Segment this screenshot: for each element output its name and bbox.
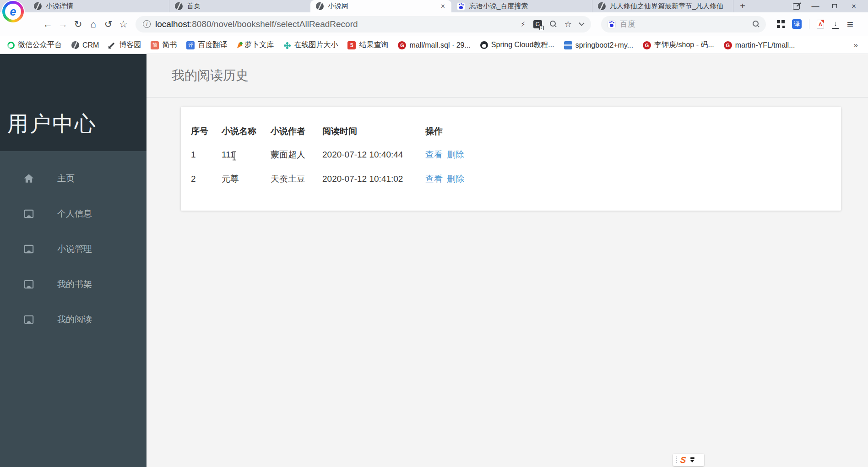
cell-index: 1 [191,142,222,167]
sidebar-item-novel-manage[interactable]: 小说管理 [0,231,146,266]
bookmarks-overflow-icon[interactable]: » [854,41,861,50]
column-header: 阅读时间 [322,120,425,142]
bookmark-label: mall/mall.sql · 29... [409,41,470,49]
bookmark-spring-cloud[interactable]: Spring Cloud教程... [480,40,554,50]
search-box[interactable] [601,16,766,33]
tab-novel-site-active[interactable]: 小说网 × [310,0,451,12]
site-info-icon[interactable]: i [143,20,151,28]
bookmark-tmall-gitee[interactable]: Gmartin-YFL/tmall... [724,41,795,49]
translate-page-icon[interactable]: G文 [533,20,542,28]
bookmark-label: Spring Cloud教程... [491,40,554,50]
table-header-row: 序号 小说名称 小说作者 阅读时间 操作 [191,120,526,142]
sidebar-item-label: 小说管理 [57,243,92,255]
divider [809,19,809,29]
chevron-down-icon[interactable] [579,20,585,26]
bookmark-springboot[interactable]: springboot2+my... [564,41,633,49]
sidebar-header: 用户中心 [0,54,146,151]
bookmark-mall-sql[interactable]: Gmall/mall.sql · 29... [398,41,470,49]
tab-title: 凡人修仙之仙界篇最新章节_凡人修仙 [610,2,727,11]
toolbar-right-icons: 译 A ↓ ≡ [777,18,853,31]
globe-favicon [175,2,183,10]
sidebar-item-home[interactable]: 主页 [0,161,146,196]
favorites-button[interactable]: ☆ [116,19,131,30]
new-tab-button[interactable]: + [733,0,752,12]
bookmark-wechat[interactable]: 微信公众平台 [7,40,62,50]
bookmark-cnblogs[interactable]: 博客园 [108,40,141,50]
view-link[interactable]: 查看 [425,174,443,184]
address-bar[interactable]: i localhost:8080/novel/bookshelf/selectA… [136,16,591,33]
jianshu-icon: 简 [151,41,159,49]
main-content: 我的阅读历史 序号 小说名称 小说作者 阅读时间 操作 1 111 蒙面超人 2… [146,54,868,467]
sidebar-item-profile[interactable]: 个人信息 [0,196,146,231]
bookmark-star-icon[interactable]: ☆ [564,19,572,29]
bookmark-luobo-wenku[interactable]: 萝卜文库 [237,40,274,50]
sidebar-title: 用户中心 [7,110,97,138]
lightning-icon[interactable]: ⚡ [521,20,526,28]
reload-button[interactable]: ↻ [71,19,86,30]
url-host: localhost [155,19,190,29]
drag-handle-icon[interactable] [676,456,677,464]
tab-home-page[interactable]: 首页 [169,0,310,12]
bookmark-crm[interactable]: CRM [71,41,99,49]
zoom-icon[interactable] [550,21,557,27]
tab-close-icon[interactable]: × [440,2,446,11]
tab-fanren-xiuxian[interactable]: 凡人修仙之仙界篇最新章节_凡人修仙 [592,0,733,12]
menu-icon[interactable]: ≡ [847,18,853,31]
home-button[interactable]: ⌂ [86,19,101,30]
translate-icon: 译 [186,41,195,49]
keyboard-menu-icon[interactable] [690,457,694,462]
undo-button[interactable]: ↺ [101,19,116,30]
cell-actions: 查看删除 [425,142,526,167]
restore-button[interactable] [825,0,844,12]
translate-badge-icon[interactable]: 译 [792,19,802,29]
search-input[interactable] [620,20,749,29]
browser-window: 小说详情 首页 小说网 × 忘语小说_百度搜索 凡人修仙之仙界篇最新章节_凡人修… [0,0,868,467]
sogou-input-widget[interactable]: S [673,454,704,466]
forward-button[interactable]: → [55,19,71,30]
back-button[interactable]: ← [40,19,55,30]
delete-link[interactable]: 删除 [447,174,464,184]
bookmark-shop-gitee[interactable]: G李钾庚/shop - 码... [643,40,714,50]
column-header: 小说名称 [222,120,271,142]
sidebar-item-bookshelf[interactable]: 我的书架 [0,266,146,302]
search-icon[interactable] [753,21,760,27]
url-path: :8080/novel/bookshelf/selectAllReadRecor… [190,19,358,29]
five-icon: 5 [347,41,356,49]
delete-link[interactable]: 删除 [447,150,464,159]
pdf-icon[interactable]: A [817,20,824,29]
github-icon [480,41,488,49]
sidebar-item-my-reading[interactable]: 我的阅读 [0,302,146,337]
bookmark-jianshu[interactable]: 简简书 [151,40,177,50]
close-button[interactable]: × [844,0,863,12]
bookmark-label: 萝卜文库 [244,40,274,50]
tab-novel-detail[interactable]: 小说详情 [28,0,169,12]
globe-icon [71,41,79,49]
reading-history-card: 序号 小说名称 小说作者 阅读时间 操作 1 111 蒙面超人 2020-07-… [181,107,841,211]
qr-code-icon[interactable] [777,20,785,28]
tab-title: 忘语小说_百度搜索 [469,2,586,11]
bookmark-baidu-translate[interactable]: 译百度翻译 [186,40,227,50]
panel-icon [23,208,35,220]
cell-read-time: 2020-07-12 10:40:44 [322,142,425,167]
tab-baidu-search[interactable]: 忘语小说_百度搜索 [451,0,592,12]
globe-favicon [598,2,606,10]
bookmark-result-query[interactable]: 5结果查询 [347,40,388,50]
panel-icon [23,278,35,290]
note-button[interactable] [787,0,806,12]
url-text[interactable]: localhost:8080/novel/bookshelf/selectAll… [155,19,516,29]
sidebar: 用户中心 主页 个人信息 小说管理 我的书架 我的阅读 [0,54,146,467]
bookmark-image-resize[interactable]: 在线图片大小 [283,40,338,50]
view-link[interactable]: 查看 [425,150,443,159]
cell-index: 2 [191,167,222,191]
tab-title: 小说详情 [46,2,163,11]
panel-icon [23,314,35,326]
tab-title: 首页 [187,2,305,11]
bookmark-label: 百度翻译 [198,40,227,50]
gitee-icon: G [643,41,651,49]
sidebar-item-label: 个人信息 [57,208,92,220]
pdf-letter: A [819,22,822,27]
browser-logo[interactable]: e [2,1,24,22]
column-header: 小说作者 [271,120,322,142]
minimize-button[interactable]: — [806,0,825,12]
download-icon[interactable]: ↓ [831,20,840,29]
